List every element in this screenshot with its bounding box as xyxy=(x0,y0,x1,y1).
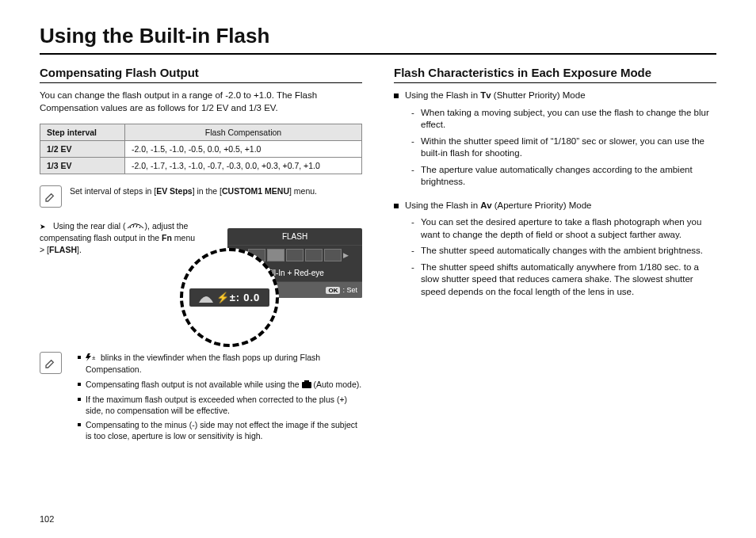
flash-mode-icon xyxy=(286,249,304,261)
section-heading-characteristics: Flash Characteristics in Each Exposure M… xyxy=(394,66,716,83)
note-item: Compensating to the minus (-) side may n… xyxy=(78,419,362,441)
zoom-detail-circle: ⚡±:0.0 xyxy=(180,248,279,347)
square-bullet-icon xyxy=(394,204,399,208)
note-item: ± blinks in the viewfinder when the flas… xyxy=(78,352,362,375)
section-heading-compensating: Compensating Flash Output xyxy=(40,66,362,83)
tv-mode-list: When taking a moving subject, you can us… xyxy=(411,107,716,189)
square-bullet-icon xyxy=(394,93,399,98)
list-item: The shutter speed shifts automatically a… xyxy=(411,261,716,299)
av-mode-list: You can set the desired aperture to take… xyxy=(411,216,716,298)
list-item: When taking a moving subject, you can us… xyxy=(411,107,716,132)
flash-comp-icon: ± xyxy=(86,353,98,364)
mode-heading-av: Using the Flash in Av (Aperture Priority… xyxy=(394,200,716,212)
table-row: 1/3 EV -2.0, -1.7, -1.3, -1.0, -0.7, -0.… xyxy=(40,158,362,174)
auto-mode-icon xyxy=(302,380,311,391)
callout-text-part: Using the rear dial ( xyxy=(53,221,126,231)
ok-badge: OK xyxy=(326,287,340,294)
flash-mode-icon xyxy=(267,249,284,261)
zoom-flash-comp-value: ⚡±:0.0 xyxy=(189,288,270,307)
list-item: Within the shutter speed limit of “1/180… xyxy=(411,135,716,160)
lcd-callout-graphic: FLASH ◀ ▶ Fill-In + Red-eye ⚡±0. xyxy=(204,220,362,339)
mode-heading-tv: Using the Flash in Tv (Shutter Priority)… xyxy=(394,90,716,102)
left-column: Compensating Flash Output You can change… xyxy=(40,66,362,445)
list-item: The aperture value automatically changes… xyxy=(411,164,716,189)
table-row: 1/2 EV -2.0, -1.5, -1.0, -0.5, 0.0, +0.5… xyxy=(40,141,362,158)
callout-instruction: Using the rear dial (), adjust the compe… xyxy=(40,220,196,255)
svg-text:±: ± xyxy=(92,354,96,361)
flash-compensation-table: Step interval Flash Compensation 1/2 EV … xyxy=(40,124,362,174)
th-flash-compensation: Flash Compensation xyxy=(125,124,362,141)
lcd-title: FLASH xyxy=(227,228,362,246)
lcd-set-label: OK: Set xyxy=(326,286,357,294)
note-text: ] in the [ xyxy=(193,186,222,196)
callout-text-part: ]. xyxy=(77,245,82,254)
notes-list: ± blinks in the viewfinder when the flas… xyxy=(70,352,362,445)
note-text: Set interval of steps in [ xyxy=(70,186,156,196)
intro-text: You can change the flash output in a ran… xyxy=(40,90,362,114)
th-step-interval: Step interval xyxy=(40,124,125,141)
page-number: 102 xyxy=(40,514,54,524)
note-bold: CUSTOM1 MENU xyxy=(222,186,289,196)
svg-rect-3 xyxy=(304,380,309,383)
svg-rect-2 xyxy=(302,382,311,388)
rear-dial-icon xyxy=(126,221,145,232)
list-item: The shutter speed automatically changes … xyxy=(411,245,716,258)
cell-values-1-3: -2.0, -1.7, -1.3, -1.0, -0.7, -0.3, 0.0,… xyxy=(125,158,362,174)
callout-bold: Fn xyxy=(162,233,172,242)
dial-scale-icon xyxy=(199,293,213,303)
right-column: Flash Characteristics in Each Exposure M… xyxy=(394,66,716,445)
cell-step-1-3: 1/3 EV xyxy=(40,158,125,174)
note-item: If the maximum flash output is exceeded … xyxy=(78,394,362,416)
note-item: Compensating flash output is not availab… xyxy=(78,379,362,391)
note-text: ] menu. xyxy=(289,186,317,196)
callout-bold: FLASH xyxy=(49,245,77,254)
note-bold: EV Steps xyxy=(156,186,193,196)
note-ev-steps: Set interval of steps in [EV Steps] in t… xyxy=(40,185,362,208)
flash-mode-icon xyxy=(305,249,323,261)
list-item: You can set the desired aperture to take… xyxy=(411,216,716,241)
pencil-note-icon xyxy=(40,352,62,374)
flash-mode-icon xyxy=(324,249,342,261)
page-title: Using the Built-in Flash xyxy=(40,24,716,55)
cell-values-1-2: -2.0, -1.5, -1.0, -0.5, 0.0, +0.5, +1.0 xyxy=(125,141,362,158)
pencil-note-icon xyxy=(40,185,62,208)
cell-step-1-2: 1/2 EV xyxy=(40,141,125,158)
